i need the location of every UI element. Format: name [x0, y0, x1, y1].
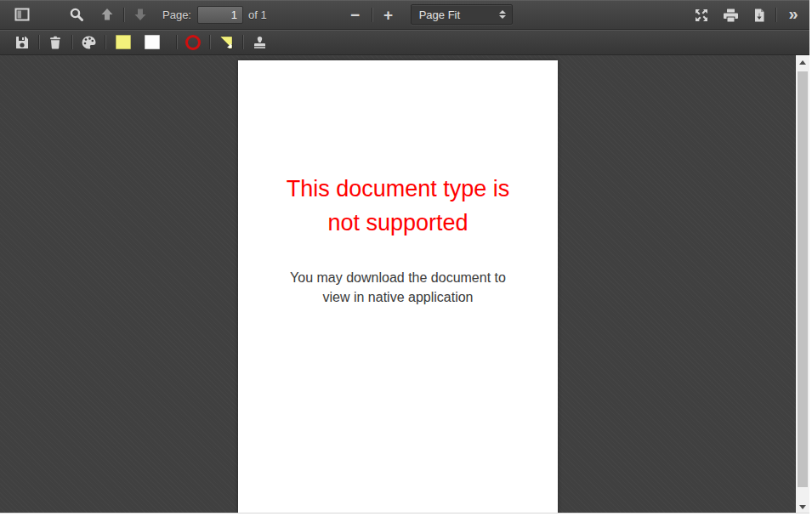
separator: [372, 8, 372, 22]
error-subtitle-line2: view in native application: [238, 287, 558, 307]
main-toolbar: Page: of 1 − + Page Fit: [0, 0, 809, 30]
more-tools-button[interactable]: »: [781, 4, 804, 26]
zoom-out-button[interactable]: −: [344, 4, 367, 26]
error-subtitle-line1: You may download the document to: [238, 268, 558, 287]
zoom-select[interactable]: Page Fit: [411, 4, 513, 25]
separator: [209, 35, 210, 49]
download-button[interactable]: [747, 4, 771, 26]
scroll-down-button[interactable]: [796, 500, 809, 513]
page-number-input[interactable]: [197, 6, 243, 24]
main-toolbar-right-group: »: [690, 0, 804, 30]
yellow-swatch[interactable]: [116, 35, 131, 49]
red-circle-tool: [185, 35, 201, 50]
scrollbar-thumb[interactable]: [798, 71, 808, 487]
stamp-icon: [252, 35, 268, 50]
select-spinner-icon: [499, 10, 506, 19]
viewer-area: This document type is not supported You …: [0, 55, 809, 513]
presentation-mode-button[interactable]: [690, 4, 713, 26]
vertical-scrollbar[interactable]: [796, 55, 809, 513]
color-palette-button[interactable]: [77, 31, 100, 53]
page-count-label: of 1: [248, 9, 267, 21]
sidebar-toggle-button[interactable]: [10, 4, 34, 26]
scroll-down-icon: [799, 505, 806, 509]
sticky-note-icon: [219, 35, 234, 50]
error-title-line2: not supported: [238, 206, 558, 240]
document-page: This document type is not supported You …: [238, 60, 558, 513]
print-icon: [723, 8, 739, 23]
separator: [38, 35, 39, 49]
separator: [71, 35, 72, 49]
sticky-note-button[interactable]: [214, 31, 238, 53]
error-subtitle: You may download the document to view in…: [238, 268, 558, 307]
page-label: Page:: [162, 9, 191, 21]
error-title-line1: This document type is: [238, 172, 558, 206]
zoom-in-button[interactable]: +: [377, 4, 400, 26]
zoom-select-value: Page Fit: [419, 9, 460, 21]
separator: [176, 35, 177, 49]
separator: [775, 8, 776, 22]
separator: [242, 35, 243, 49]
separator: [123, 8, 124, 22]
next-page-button[interactable]: [128, 4, 152, 26]
stamp-button[interactable]: [247, 31, 271, 53]
scroll-up-icon: [799, 60, 806, 65]
scroll-up-button[interactable]: [796, 55, 809, 69]
previous-page-button[interactable]: [95, 4, 119, 26]
separator: [105, 35, 105, 49]
white-swatch[interactable]: [145, 35, 160, 49]
pdf-viewer: Page: of 1 − + Page Fit: [0, 0, 809, 513]
search-icon: [69, 7, 84, 22]
save-icon: [14, 35, 30, 50]
annotation-toolbar: [0, 30, 809, 55]
save-button[interactable]: [10, 31, 34, 53]
page-down-icon: [133, 7, 148, 22]
error-title: This document type is not supported: [238, 60, 558, 240]
delete-annotation-button[interactable]: [43, 31, 67, 53]
download-icon: [752, 8, 767, 23]
sidebar-toggle-icon: [14, 7, 30, 22]
page-up-icon: [99, 7, 115, 22]
circle-annotation-button[interactable]: [181, 31, 205, 53]
presentation-mode-icon: [694, 8, 709, 23]
trash-icon: [48, 35, 63, 50]
search-button[interactable]: [65, 4, 88, 26]
palette-icon: [81, 35, 97, 50]
print-button[interactable]: [718, 4, 742, 26]
